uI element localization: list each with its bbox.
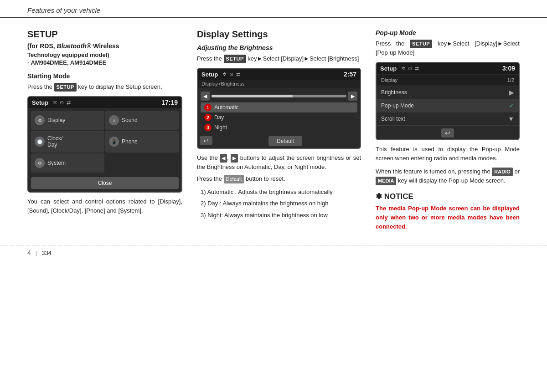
or-text: or <box>514 168 520 175</box>
mid-press-text: Press the SETUP key►Select [Display]►Sel… <box>197 54 361 63</box>
left-column: SETUP (for RDS, Bluetooth® Wireless Tech… <box>27 29 182 231</box>
press-text-mid: Press the <box>197 55 222 62</box>
option-night: 3 Night <box>201 122 357 132</box>
adjusting-brightness-title: Adjusting the Brightness <box>197 44 361 51</box>
setup-subtitle3: - AM904DMEE, AM914DMEE <box>27 59 182 66</box>
scroll-row-label: Scroll text <box>381 116 508 122</box>
grid-clockday: 🕐 Clock/Day <box>31 131 104 153</box>
option-day: 2 Day <box>201 112 357 122</box>
screen-popup-mode: Setup ✲ ⊙ ⇄ 3:09 Display 1/2 Brightness … <box>376 62 520 140</box>
screen2-title: Setup <box>201 71 218 78</box>
icon-circle: ⊙ <box>60 100 64 106</box>
press-default-2: button to reset. <box>246 175 285 182</box>
close-button[interactable]: Close <box>31 177 179 189</box>
notice-title: ✱ NOTICE <box>376 192 520 201</box>
icon-circle3: ⊙ <box>408 66 412 71</box>
media-button-inline: MEDIA <box>376 177 396 185</box>
list-item-2: 2) Day : Always maintains the brightness… <box>201 199 361 208</box>
brightness-path: Display>Brightness <box>198 80 360 88</box>
popup-mode-row-label: Pop-up Mode <box>381 102 509 109</box>
day-label: Day <box>214 114 224 121</box>
footer-divider: | <box>36 249 37 256</box>
slider-left-btn[interactable]: ◀ <box>201 92 210 101</box>
when-text: When this feature is turned on, pressing… <box>376 168 490 175</box>
screen3-time: 3:09 <box>502 65 515 72</box>
list-item-3: 3) Night: Always maintains the brightnes… <box>201 211 361 220</box>
starting-mode-title: Starting Mode <box>27 72 182 80</box>
badge-1: 1 <box>204 104 212 111</box>
press-default-text: Press the Default button to reset. <box>197 174 361 183</box>
system-label: System <box>47 160 66 166</box>
screen2-time: 2:57 <box>344 71 356 78</box>
grid-phone: 📱 Phone <box>105 131 179 153</box>
badge-2: 2 <box>204 114 212 121</box>
icon-bt3: ✲ <box>401 66 405 71</box>
popup-screen-list: Display 1/2 Brightness ▶ Pop-up Mode ✓ S… <box>377 74 519 127</box>
key-select-mid: key►Select [Display]►Select [Brightness] <box>248 55 359 62</box>
screen3-back-button[interactable]: ↩ <box>441 128 454 137</box>
screen-topbar-3: Setup ✲ ⊙ ⇄ 3:09 <box>377 63 519 74</box>
option-automatic: 1 Automatic <box>201 102 357 112</box>
key-text: key to display the Setup screen. <box>78 83 162 90</box>
icon-circle2: ⊙ <box>229 71 233 77</box>
phone-label: Phone <box>122 138 138 145</box>
default-btn-inline: Default <box>224 175 244 183</box>
page-indicator: 1/2 <box>507 77 514 83</box>
slider-right-btn[interactable]: ▶ <box>348 92 357 101</box>
badge-3: 3 <box>204 124 212 131</box>
setup-subtitle2: Technology equipped model) <box>27 51 182 58</box>
screen2-icons: ✲ ⊙ ⇄ <box>222 71 240 77</box>
icon-arrows2: ⇄ <box>236 71 240 77</box>
body2-end: key will display the Pop-up Mode screen. <box>398 177 506 184</box>
icon-bt2: ✲ <box>222 71 227 77</box>
bluetooth-brand: Bluetooth® <box>57 42 92 50</box>
grid-sound: ♪ Sound <box>105 111 179 130</box>
content-area: SETUP (for RDS, Bluetooth® Wireless Tech… <box>0 18 547 240</box>
clock-icon: 🕐 <box>35 137 45 147</box>
screen3-icons: ✲ ⊙ ⇄ <box>401 66 419 71</box>
popup-header-row: Display 1/2 <box>377 75 519 86</box>
subtitle-wireless: Wireless <box>93 42 119 50</box>
page-header-title: Features of your vehicle <box>27 6 100 14</box>
list-item-1: 1) Automatic : Adjusts the brightness au… <box>201 188 361 197</box>
sound-label: Sound <box>122 117 138 123</box>
back-bar: ↩ Default <box>198 134 360 148</box>
grid-display: ⚙ Display <box>31 111 104 130</box>
brightness-row-label: Brightness <box>381 89 509 96</box>
popup-row-popup-mode: Pop-up Mode ✓ <box>377 99 519 112</box>
display-label: Display <box>47 117 65 123</box>
grid-system: ⚙ System <box>31 153 104 173</box>
display-settings-title: Display Settings <box>197 29 361 40</box>
footer-page: 334 <box>41 249 52 256</box>
footer-number: 4 <box>27 249 31 256</box>
mid-column: Display Settings Adjusting the Brightnes… <box>197 29 361 231</box>
brightness-slider: ◀ ▶ <box>201 92 357 101</box>
setup-btn-mid: SETUP <box>224 55 246 63</box>
screen1-icons: ✲ ⊙ ⇄ <box>53 100 71 106</box>
popup-press-text: Press the SETUP key►Select [Display]►Sel… <box>376 39 520 57</box>
automatic-label: Automatic <box>214 104 238 111</box>
page-header: Features of your vehicle <box>0 0 547 18</box>
starting-mode-body: Press the SETUP key to display the Setup… <box>27 82 182 92</box>
setup-btn-right: SETUP <box>410 40 432 48</box>
clockday-label: Clock/Day <box>47 135 62 148</box>
screen-topbar-2: Setup ✲ ⊙ ⇄ 2:57 <box>198 69 360 80</box>
icon-arrows3: ⇄ <box>415 66 419 71</box>
setup-title: SETUP <box>27 29 182 40</box>
right-arrow-btn: ▶ <box>231 154 238 163</box>
use-buttons-text: Use the ◀, ▶ buttons to adjust the scree… <box>197 153 361 172</box>
brightness-list: 1) Automatic : Adjusts the brightness au… <box>201 188 361 220</box>
notice-text: The media Pop-up Mode screen can be disp… <box>376 204 520 231</box>
left-body-text: You can select and control options relat… <box>27 197 182 215</box>
icon-arrows: ⇄ <box>67 100 71 106</box>
notice-box: ✱ NOTICE The media Pop-up Mode screen ca… <box>376 192 520 231</box>
screen1-title: Setup <box>32 99 48 106</box>
default-button[interactable]: Default <box>268 136 302 146</box>
brightness-options: ◀ ▶ 1 Automatic 2 Day 3 Night <box>198 88 360 134</box>
scroll-row-right: ▼ <box>508 115 514 122</box>
right-column: Pop-up Mode Press the SETUP key►Select [… <box>376 29 520 231</box>
display-header-label: Display <box>381 77 507 83</box>
setup-subtitle1: (for RDS, Bluetooth® Wireless <box>27 42 182 50</box>
back-button[interactable]: ↩ <box>200 136 212 145</box>
left-arrow-btn: ◀ <box>220 154 227 163</box>
